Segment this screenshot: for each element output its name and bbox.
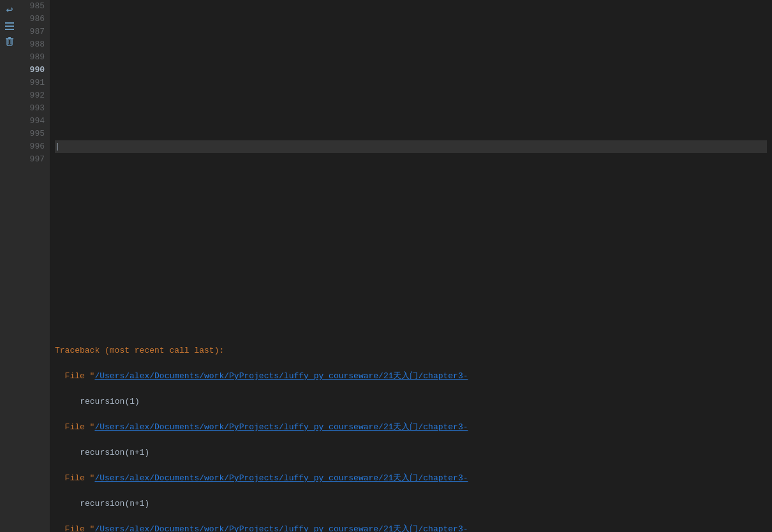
line-num-995: 995 — [24, 128, 45, 140]
code-line-991 — [55, 166, 767, 179]
line-num-blank-4 — [24, 204, 45, 217]
traceback-file-line-3: File "/Users/alex/Documents/work/PyProje… — [55, 472, 767, 485]
line-num-blank-8 — [24, 255, 45, 268]
code-line-997 — [55, 319, 767, 332]
left-gutter: ↩ — [0, 0, 19, 532]
traceback-file-line-2: File "/Users/alex/Documents/work/PyProje… — [55, 421, 767, 434]
line-num-996: 996 — [24, 140, 45, 153]
line-num-989: 989 — [24, 51, 45, 64]
line-num-blank-5 — [24, 217, 45, 230]
file-label-2: File " — [55, 421, 94, 434]
file-link-2[interactable]: /Users/alex/Documents/work/PyProjects/lu… — [94, 421, 468, 434]
line-num-blank-2 — [24, 179, 45, 191]
code-output-area[interactable]: | Traceback (most recent call last): Fil… — [50, 0, 772, 532]
line-num-992: 992 — [24, 89, 45, 102]
line-numbers: 985 986 987 988 989 990 991 992 993 994 … — [19, 0, 50, 532]
file-link-1[interactable]: /Users/alex/Documents/work/PyProjects/lu… — [94, 370, 468, 383]
line-num-988: 988 — [24, 38, 45, 51]
file-label-4: File " — [55, 523, 94, 532]
line-num-blank-1 — [24, 166, 45, 179]
traceback-call-1: recursion(1) — [55, 395, 767, 408]
line-num-993: 993 — [24, 102, 45, 115]
code-line-986 — [55, 38, 767, 51]
code-line-989 — [55, 115, 767, 128]
code-line-990: | — [55, 140, 767, 153]
code-line-995 — [55, 268, 767, 281]
line-num-blank-3 — [24, 191, 45, 204]
line-num-990: 990 — [24, 64, 45, 77]
traceback-file-line-1: File "/Users/alex/Documents/work/PyProje… — [55, 370, 767, 383]
file-label-1: File " — [55, 370, 94, 383]
traceback-call-2: recursion(n+1) — [55, 447, 767, 459]
line-num-blank-7 — [24, 242, 45, 255]
line-num-blank-10 — [24, 281, 45, 293]
svg-rect-2 — [5, 29, 14, 30]
line-num-986: 986 — [24, 13, 45, 26]
code-line-988 — [55, 89, 767, 102]
traceback-header: Traceback (most recent call last): — [55, 344, 767, 357]
svg-rect-4 — [6, 38, 13, 40]
trash-icon[interactable] — [3, 34, 17, 48]
code-line-993 — [55, 217, 767, 230]
line-num-997: 997 — [24, 153, 45, 166]
arrow-icon[interactable]: ↩ — [3, 3, 17, 17]
line-num-blank-9 — [24, 268, 45, 281]
svg-rect-1 — [5, 26, 14, 27]
svg-rect-3 — [7, 39, 12, 45]
list-icon[interactable] — [3, 19, 17, 33]
svg-rect-5 — [8, 37, 11, 38]
line-num-985: 985 — [24, 0, 45, 13]
line-num-991: 991 — [24, 77, 45, 89]
svg-rect-0 — [5, 22, 14, 24]
code-line-985 — [55, 13, 767, 26]
code-line-996 — [55, 293, 767, 306]
code-line-987 — [55, 64, 767, 77]
line-num-blank-11 — [24, 293, 45, 306]
main-content: 985 986 987 988 989 990 991 992 993 994 … — [19, 0, 772, 532]
line-num-blank-12 — [24, 306, 45, 319]
code-line-994 — [55, 242, 767, 255]
file-link-4[interactable]: /Users/alex/Documents/work/PyProjects/lu… — [94, 523, 468, 532]
code-line-992 — [55, 191, 767, 204]
file-label-3: File " — [55, 472, 94, 485]
line-num-blank-6 — [24, 230, 45, 242]
line-num-987: 987 — [24, 26, 45, 38]
traceback-call-3: recursion(n+1) — [55, 498, 767, 510]
traceback-file-line-4: File "/Users/alex/Documents/work/PyProje… — [55, 523, 767, 532]
file-link-3[interactable]: /Users/alex/Documents/work/PyProjects/lu… — [94, 472, 468, 485]
line-num-994: 994 — [24, 115, 45, 128]
